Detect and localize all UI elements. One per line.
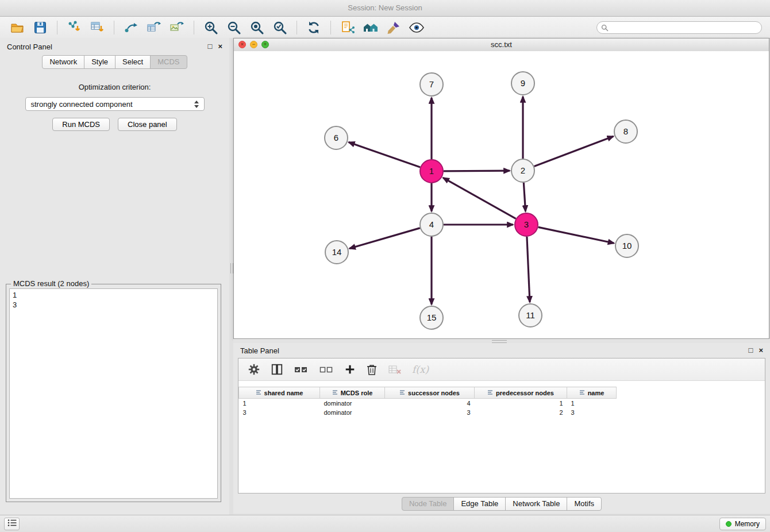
toolbar-separator xyxy=(297,21,297,34)
delete-column-icon[interactable] xyxy=(366,361,378,377)
document-share-icon[interactable] xyxy=(337,19,358,36)
node-3[interactable]: 3 xyxy=(515,213,538,236)
tab-motifs[interactable]: Motifs xyxy=(567,497,602,511)
run-mcds-button[interactable]: Run MCDS xyxy=(52,118,110,131)
edge-1-6[interactable] xyxy=(349,142,420,167)
tab-edge-table[interactable]: Edge Table xyxy=(453,497,506,511)
settings-gear-icon[interactable] xyxy=(248,361,260,377)
table-panel-body: f(x) shared nameMCDS rolesuccessor nodes… xyxy=(238,358,765,494)
column-header-name[interactable]: name xyxy=(567,387,617,399)
tab-mcds[interactable]: MCDS xyxy=(150,55,187,69)
network-window-title: scc.txt xyxy=(491,40,512,49)
column-visibility-icon[interactable] xyxy=(271,361,283,377)
column-header-shared-name[interactable]: shared name xyxy=(239,387,320,399)
export-table-icon[interactable] xyxy=(144,19,164,36)
edge-3-11[interactable] xyxy=(527,237,530,302)
node-11[interactable]: 11 xyxy=(519,304,542,327)
cell-name[interactable]: 1 xyxy=(567,399,617,408)
zoom-out-icon[interactable] xyxy=(224,19,244,36)
cell-predecessor-nodes[interactable]: 2 xyxy=(475,408,567,417)
tab-style[interactable]: Style xyxy=(84,55,116,69)
cell-mcds-role[interactable]: dominator xyxy=(320,408,385,417)
open-session-icon[interactable] xyxy=(7,19,28,36)
tab-network[interactable]: Network xyxy=(42,55,84,69)
export-network-icon[interactable] xyxy=(121,19,141,36)
edge-3-10[interactable] xyxy=(538,227,614,243)
cell-name[interactable]: 3 xyxy=(567,408,617,417)
window-titlebar[interactable]: Session: New Session xyxy=(0,0,770,17)
zoom-selected-icon[interactable] xyxy=(270,19,290,36)
cell-successor-nodes[interactable]: 4 xyxy=(385,399,475,408)
save-session-icon[interactable] xyxy=(30,19,51,36)
maximize-window-icon[interactable]: + xyxy=(261,41,269,48)
toolbar-buttons xyxy=(6,19,428,36)
refresh-layout-icon[interactable] xyxy=(303,19,324,36)
window-title: Session: New Session xyxy=(348,3,422,12)
node-14[interactable]: 14 xyxy=(325,241,348,264)
vertical-splitter[interactable] xyxy=(229,38,233,515)
import-network-icon[interactable] xyxy=(64,19,84,36)
node-15[interactable]: 15 xyxy=(420,306,443,329)
network-canvas[interactable]: 7968124314101511 xyxy=(234,51,769,338)
node-2[interactable]: 2 xyxy=(511,159,534,182)
node-6[interactable]: 6 xyxy=(325,126,348,149)
network-window-titlebar[interactable]: × − + scc.txt xyxy=(234,38,769,52)
column-header-mcds-role[interactable]: MCDS role xyxy=(320,387,385,399)
cell-shared-name[interactable]: 1 xyxy=(239,399,320,408)
node-9[interactable]: 9 xyxy=(511,72,534,95)
show-panel-button[interactable] xyxy=(4,518,20,530)
node-label: 3 xyxy=(524,219,529,229)
tab-select[interactable]: Select xyxy=(115,55,151,69)
table-row[interactable]: 3dominator323 xyxy=(239,408,617,417)
table-toolbar: f(x) xyxy=(238,358,765,381)
home-network-icon[interactable] xyxy=(360,19,381,36)
mcds-result-list[interactable]: 13 xyxy=(9,288,218,499)
cell-successor-nodes[interactable]: 3 xyxy=(385,408,475,417)
eye-preview-icon[interactable] xyxy=(406,19,427,36)
optimization-dropdown[interactable]: strongly connected component xyxy=(25,97,205,111)
cell-predecessor-nodes[interactable]: 1 xyxy=(475,399,567,408)
node-10[interactable]: 10 xyxy=(615,234,638,257)
edge-2-8[interactable] xyxy=(534,136,614,166)
edge-2-3[interactable] xyxy=(523,183,525,211)
zoom-in-icon[interactable] xyxy=(201,19,221,36)
style-brush-icon[interactable] xyxy=(383,19,404,36)
zoom-fit-icon[interactable] xyxy=(247,19,267,36)
close-panel-icon[interactable]: × xyxy=(218,43,222,51)
edge-1-2[interactable] xyxy=(444,171,510,171)
float-table-panel-icon[interactable]: □ xyxy=(749,346,753,354)
node-7[interactable]: 7 xyxy=(420,73,443,96)
node-1[interactable]: 1 xyxy=(420,160,443,183)
cell-mcds-role[interactable]: dominator xyxy=(320,399,385,408)
close-table-panel-icon[interactable]: × xyxy=(759,346,763,354)
column-header-predecessor-nodes[interactable]: predecessor nodes xyxy=(475,387,567,399)
result-item[interactable]: 1 xyxy=(13,290,214,300)
deselect-all-rows-icon[interactable] xyxy=(319,361,334,377)
select-all-rows-icon[interactable] xyxy=(294,361,309,377)
memory-button[interactable]: Memory xyxy=(719,518,766,530)
node-8[interactable]: 8 xyxy=(614,120,637,143)
tab-node-table[interactable]: Node Table xyxy=(402,497,455,511)
import-table-icon[interactable] xyxy=(87,19,107,36)
table-row[interactable]: 1dominator411 xyxy=(239,399,617,408)
edge-3-1[interactable] xyxy=(443,178,516,218)
float-panel-icon[interactable]: □ xyxy=(208,43,213,51)
tab-network-table[interactable]: Network Table xyxy=(505,497,567,511)
close-panel-button[interactable]: Close panel xyxy=(118,118,177,131)
minimize-window-icon[interactable]: − xyxy=(250,41,257,48)
node-label: 6 xyxy=(334,133,338,142)
search-input[interactable] xyxy=(596,21,762,34)
close-window-icon[interactable]: × xyxy=(238,41,246,48)
edge-4-14[interactable] xyxy=(349,228,420,249)
column-header-label: shared name xyxy=(264,390,303,396)
export-image-icon[interactable] xyxy=(167,19,187,36)
horizontal-splitter[interactable] xyxy=(233,339,770,343)
result-item[interactable]: 3 xyxy=(13,300,214,310)
add-column-icon[interactable] xyxy=(344,361,356,377)
node-table-wrap: shared nameMCDS rolesuccessor nodesprede… xyxy=(238,381,765,417)
node-4[interactable]: 4 xyxy=(420,213,443,236)
cell-shared-name[interactable]: 3 xyxy=(239,408,320,417)
column-header-successor-nodes[interactable]: successor nodes xyxy=(385,387,475,399)
toolbar-separator xyxy=(330,21,331,34)
column-header-icon xyxy=(399,390,405,396)
